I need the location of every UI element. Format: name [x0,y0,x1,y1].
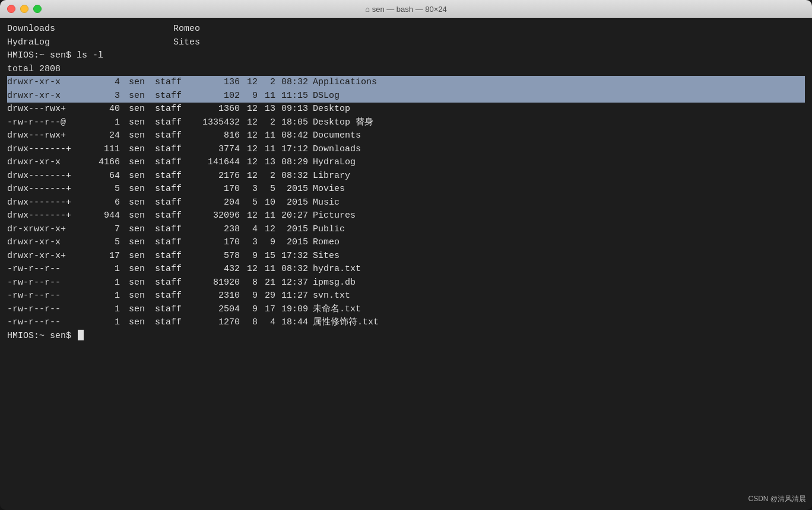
col-group: staff [150,129,186,143]
col-size: 2176 [186,170,240,183]
col-size: 81920 [186,276,240,290]
col-group: staff [150,143,186,157]
col-filename: HydraLog [308,156,356,170]
col-user: sen [120,223,150,237]
top-right-2: Sites [173,36,200,50]
col-user: sen [120,209,150,223]
terminal-body[interactable]: DownloadsRomeoHydraLogSitesHMIOS:~ sen$ … [0,18,812,510]
col-perms: drwx---rwx+ [7,103,84,116]
col-group: staff [150,196,186,210]
col-group: staff [150,170,186,183]
col-group: staff [150,303,186,317]
col-time: 2015 [275,236,308,250]
col-group: staff [150,316,186,330]
col-user: sen [120,250,150,263]
col-size: 578 [186,250,240,263]
col-filename: Movies [308,183,345,196]
col-filename: Documents [308,129,361,143]
col-month: 3 [240,183,258,196]
table-row: drwxr-xr-x5 sen staff170392015Romeo [7,236,805,250]
col-num: 3 [84,90,120,103]
col-group: staff [150,209,186,223]
col-user: sen [120,116,150,130]
col-time: 18:05 [275,116,308,130]
table-row: drwxr-xr-x4 sen staff13612208:32Applicat… [7,76,805,90]
col-time: 17:12 [275,143,308,157]
traffic-lights[interactable] [7,5,42,13]
col-day: 17 [258,303,275,317]
col-perms: drwx-------+ [7,196,84,210]
minimize-button[interactable] [20,5,28,13]
col-perms: -rw-r--r-- [7,263,84,276]
col-group: staff [150,236,186,250]
col-num: 944 [84,209,120,223]
col-perms: drwxr-xr-x [7,90,84,103]
col-size: 1360 [186,103,240,116]
col-perms: drwx-------+ [7,209,84,223]
col-day: 11 [258,129,275,143]
col-num: 1 [84,276,120,290]
col-time: 09:13 [275,103,308,116]
col-size: 170 [186,183,240,196]
col-user: sen [120,316,150,330]
col-day: 13 [258,156,275,170]
col-user: sen [120,263,150,276]
col-day: 15 [258,250,275,263]
col-user: sen [120,276,150,290]
col-group: staff [150,263,186,276]
col-filename: svn.txt [308,289,350,303]
col-time: 18:44 [275,316,308,330]
close-button[interactable] [7,5,15,13]
col-filename: hydra.txt [308,263,361,276]
col-month: 9 [240,90,258,103]
col-num: 1 [84,289,120,303]
top-line-1: DownloadsRomeo [7,23,805,36]
col-group: staff [150,116,186,130]
col-user: sen [120,90,150,103]
table-row: drwxr-xr-x3 sen staff10291111:15DSLog [7,90,805,103]
col-day: 2 [258,170,275,183]
col-num: 1 [84,263,120,276]
terminal-window: ⌂ sen — bash — 80×24 DownloadsRomeoHydra… [0,0,812,510]
col-size: 2310 [186,289,240,303]
col-user: sen [120,303,150,317]
col-day: 10 [258,196,275,210]
top-line-2: HydraLogSites [7,36,805,50]
col-time: 20:27 [275,209,308,223]
col-num: 111 [84,143,120,157]
col-month: 4 [240,223,258,237]
col-user: sen [120,143,150,157]
col-perms: drwxr-xr-x [7,156,84,170]
maximize-button[interactable] [33,5,42,13]
col-num: 1 [84,303,120,317]
col-size: 32096 [186,209,240,223]
col-filename: 未命名.txt [308,303,361,317]
col-month: 12 [240,170,258,183]
col-month: 8 [240,276,258,290]
prompt-line-1: HMIOS:~ sen$ ls -l [7,49,805,63]
col-day: 2 [258,116,275,130]
col-user: sen [120,196,150,210]
col-num: 17 [84,250,120,263]
col-perms: drwx-------+ [7,170,84,183]
col-filename: 属性修饰符.txt [308,316,379,330]
table-row: -rw-r--r--@1 sen staff133543212218:05Des… [7,116,805,130]
cursor [78,330,84,340]
col-size: 3774 [186,143,240,157]
col-size: 816 [186,129,240,143]
col-num: 7 [84,223,120,237]
col-perms: -rw-r--r-- [7,276,84,290]
col-size: 2504 [186,303,240,317]
col-month: 12 [240,103,258,116]
col-size: 1335432 [186,116,240,130]
col-time: 11:27 [275,289,308,303]
col-month: 12 [240,116,258,130]
col-perms: drwxr-xr-x [7,236,84,250]
table-row: drwx---rwx+24 sen staff816121108:42Docum… [7,129,805,143]
col-num: 5 [84,236,120,250]
top-left-2: HydraLog [7,36,173,50]
col-size: 1270 [186,316,240,330]
col-filename: Desktop 替身 [308,116,373,130]
col-group: staff [150,276,186,290]
col-size: 432 [186,263,240,276]
